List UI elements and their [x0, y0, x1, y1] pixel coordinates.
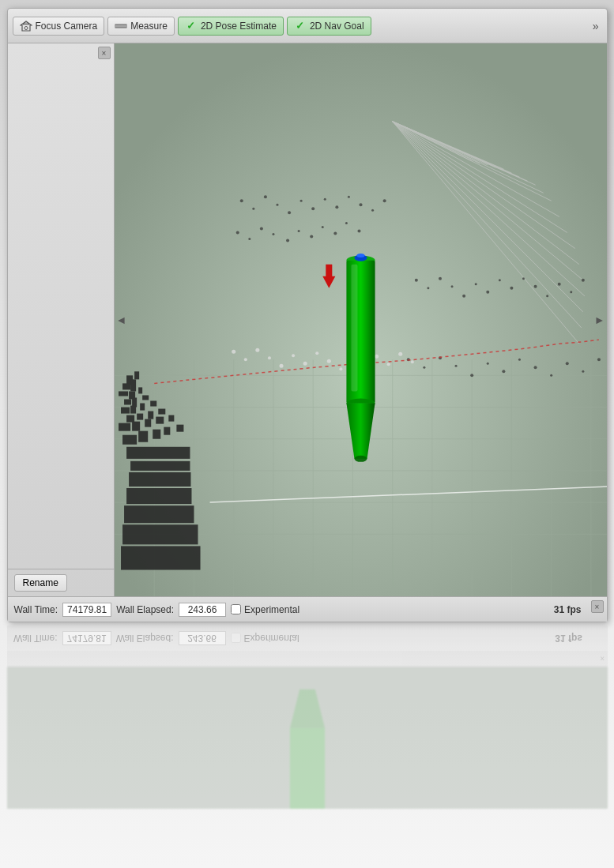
svg-point-87: [276, 204, 278, 206]
svg-rect-61: [124, 505, 194, 523]
svg-point-94: [359, 203, 362, 206]
svg-point-131: [533, 366, 537, 369]
svg-point-151: [410, 360, 413, 363]
wall-time-value: 74179.81: [62, 603, 111, 617]
svg-rect-44: [137, 414, 143, 420]
reflection-close-bar: ×: [7, 651, 608, 667]
sidebar-close-button[interactable]: ×: [98, 47, 111, 59]
svg-point-112: [462, 295, 465, 298]
svg-rect-46: [158, 409, 165, 415]
experimental-checkbox[interactable]: [231, 604, 241, 614]
svg-point-108: [414, 279, 417, 282]
svg-rect-63: [121, 546, 200, 569]
svg-rect-38: [142, 395, 149, 400]
experimental-checkbox-area: Experimental: [231, 604, 299, 615]
svg-rect-54: [153, 430, 160, 439]
svg-point-139: [267, 356, 270, 359]
svg-point-88: [288, 211, 291, 214]
svg-rect-52: [122, 435, 137, 445]
svg-point-101: [286, 239, 289, 242]
svg-point-148: [375, 355, 379, 359]
svg-point-144: [326, 359, 330, 363]
svg-point-113: [474, 283, 477, 285]
wall-time-label: Wall Time:: [14, 604, 58, 615]
svg-point-122: [581, 279, 584, 282]
nav-goal-label: 2D Nav Goal: [310, 21, 364, 32]
measure-button[interactable]: Measure: [107, 17, 175, 36]
svg-point-85: [252, 208, 254, 210]
nav-goal-button[interactable]: ✓ 2D Nav Goal: [287, 17, 371, 36]
svg-point-107: [357, 229, 360, 232]
focus-camera-label: Focus Camera: [36, 21, 98, 32]
svg-point-100: [272, 233, 274, 235]
svg-point-143: [315, 351, 318, 355]
svg-point-98: [248, 238, 250, 240]
svg-point-142: [303, 362, 307, 366]
viewport-arrow-right[interactable]: ►: [594, 314, 605, 326]
content-area: × Rename ◄ ►: [8, 43, 607, 596]
measure-label: Measure: [130, 21, 168, 32]
svg-rect-33: [119, 391, 128, 396]
reflection-area: Wall Time: 74179.81 Wall Elapsed: 243.66…: [7, 626, 608, 809]
svg-rect-154: [346, 261, 375, 404]
svg-rect-49: [145, 419, 151, 427]
reflection-viewport: [7, 667, 608, 809]
svg-rect-48: [132, 422, 140, 431]
svg-point-109: [427, 287, 429, 289]
viewport[interactable]: ◄ ►: [115, 43, 607, 596]
svg-point-93: [347, 196, 349, 198]
svg-point-105: [333, 231, 337, 235]
svg-rect-58: [130, 461, 190, 471]
svg-point-149: [386, 363, 390, 366]
main-window: Focus Camera Measure ✓ 2D Pose Estimate: [7, 8, 608, 622]
svg-point-138: [255, 348, 259, 352]
svg-point-150: [398, 352, 402, 356]
wall-elapsed-value: 243.66: [179, 603, 226, 617]
svg-rect-35: [138, 387, 142, 393]
svg-rect-43: [126, 415, 134, 423]
svg-point-89: [299, 200, 302, 202]
svg-point-97: [235, 231, 239, 234]
svg-rect-39: [121, 408, 130, 414]
sidebar-rename-area: Rename: [8, 569, 114, 596]
sidebar-content: [8, 62, 114, 569]
svg-point-92: [335, 205, 338, 209]
toolbar: Focus Camera Measure ✓ 2D Pose Estimate: [8, 9, 607, 43]
svg-point-141: [292, 354, 295, 357]
scene-svg: [115, 43, 607, 596]
svg-point-116: [510, 287, 513, 290]
svg-point-128: [486, 363, 488, 365]
pose-estimate-label: 2D Pose Estimate: [201, 21, 277, 32]
pose-estimate-button[interactable]: ✓ 2D Pose Estimate: [178, 17, 284, 36]
svg-rect-40: [130, 406, 136, 414]
more-button[interactable]: »: [590, 18, 602, 34]
svg-point-119: [546, 295, 548, 297]
svg-rect-51: [168, 415, 174, 422]
check-icon-nav: ✓: [294, 20, 307, 32]
fps-display: 31 fps: [554, 604, 582, 615]
svg-rect-57: [126, 447, 190, 459]
svg-point-114: [486, 291, 489, 294]
svg-point-157: [354, 456, 367, 462]
svg-rect-59: [129, 472, 190, 487]
focus-camera-button[interactable]: Focus Camera: [13, 17, 105, 36]
svg-rect-163: [289, 728, 324, 809]
svg-point-129: [502, 370, 505, 373]
measure-icon: [115, 20, 127, 32]
viewport-arrow-left[interactable]: ◄: [116, 314, 127, 326]
svg-rect-50: [156, 417, 164, 424]
svg-rect-41: [140, 404, 145, 411]
svg-point-86: [263, 195, 266, 198]
status-close-button[interactable]: ×: [591, 600, 604, 613]
rename-button[interactable]: Rename: [14, 574, 67, 592]
status-bar: Wall Time: 74179.81 Wall Elapsed: 243.66…: [8, 596, 607, 622]
svg-point-84: [239, 199, 243, 202]
svg-rect-32: [130, 379, 136, 391]
svg-rect-45: [148, 411, 153, 419]
svg-point-115: [498, 279, 500, 281]
check-icon-pose: ✓: [185, 20, 198, 32]
svg-rect-62: [122, 524, 198, 544]
svg-point-136: [232, 350, 235, 354]
svg-rect-55: [164, 427, 170, 435]
svg-point-137: [243, 358, 247, 361]
